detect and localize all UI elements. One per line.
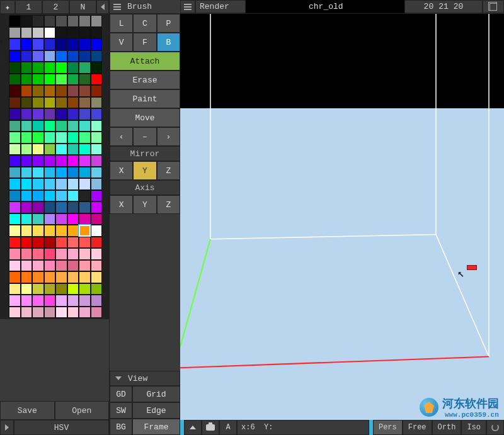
brush-v-button[interactable]: V (110, 33, 133, 52)
color-swatch[interactable] (32, 38, 44, 50)
color-swatch[interactable] (44, 248, 56, 260)
color-swatch[interactable] (91, 38, 103, 50)
color-swatch[interactable] (9, 120, 21, 132)
color-swatch[interactable] (67, 248, 79, 260)
color-swatch[interactable] (91, 85, 103, 97)
color-swatch[interactable] (21, 260, 33, 272)
color-swatch[interactable] (9, 248, 21, 260)
color-swatch[interactable] (32, 260, 44, 272)
a-button[interactable]: A (219, 420, 237, 435)
color-swatch[interactable] (91, 120, 103, 132)
color-swatch[interactable] (32, 120, 44, 132)
color-swatch[interactable] (21, 120, 33, 132)
move-button[interactable]: Move (110, 108, 180, 127)
erase-button[interactable]: Erase (110, 71, 180, 89)
color-swatch[interactable] (79, 237, 91, 249)
color-swatch[interactable] (67, 190, 79, 202)
color-swatch[interactable] (55, 225, 67, 237)
color-swatch[interactable] (55, 85, 67, 97)
brush-prev-button[interactable]: ‹ (110, 127, 133, 146)
color-swatch[interactable] (79, 260, 91, 272)
color-swatch[interactable] (79, 167, 91, 179)
view-sw-short[interactable]: SW (110, 402, 132, 419)
color-swatch[interactable] (32, 295, 44, 307)
brush-f-button[interactable]: F (133, 33, 156, 52)
color-swatch[interactable] (9, 213, 21, 225)
color-swatch[interactable] (67, 225, 79, 237)
color-swatch[interactable] (9, 271, 21, 283)
view-edge-button[interactable]: Edge (132, 402, 180, 419)
paint-button[interactable]: Paint (110, 89, 180, 108)
color-swatch[interactable] (55, 178, 67, 190)
palette-tab-1[interactable]: 1 (15, 0, 42, 14)
palette-tab-2[interactable]: 2 (42, 0, 69, 14)
color-swatch[interactable] (55, 271, 67, 283)
color-swatch[interactable] (21, 74, 33, 86)
color-swatch[interactable] (44, 178, 56, 190)
scene-dimensions[interactable]: 20 21 20 (404, 0, 483, 13)
color-swatch[interactable] (21, 283, 33, 295)
color-swatch[interactable] (91, 190, 103, 202)
color-swatch[interactable] (44, 144, 56, 155)
color-swatch[interactable] (91, 108, 103, 120)
color-swatch[interactable] (79, 62, 91, 74)
color-swatch[interactable] (79, 283, 91, 295)
color-swatch[interactable] (21, 97, 33, 109)
brush-mid-button[interactable]: – (133, 127, 156, 146)
color-swatch[interactable] (44, 271, 56, 283)
color-swatch[interactable] (79, 190, 91, 202)
color-swatch[interactable] (9, 132, 21, 144)
color-swatch[interactable] (55, 50, 67, 62)
color-swatch[interactable] (79, 271, 91, 283)
color-swatch[interactable] (9, 62, 21, 74)
viewport-menu-icon[interactable] (180, 0, 195, 13)
color-swatch[interactable] (91, 295, 103, 307)
color-swatch[interactable] (55, 248, 67, 260)
color-swatch[interactable] (21, 307, 33, 319)
color-swatch[interactable] (21, 62, 33, 74)
color-swatch[interactable] (32, 248, 44, 260)
color-swatch[interactable] (67, 167, 79, 179)
color-swatch[interactable] (91, 155, 103, 167)
color-swatch[interactable] (79, 97, 91, 109)
color-swatch[interactable] (67, 50, 79, 62)
view-bg-short[interactable]: BG (110, 419, 132, 435)
color-swatch[interactable] (55, 27, 67, 39)
color-swatch[interactable] (55, 307, 67, 319)
color-swatch[interactable] (32, 213, 44, 225)
color-swatch[interactable] (44, 155, 56, 167)
color-swatch[interactable] (91, 50, 103, 62)
color-swatch[interactable] (55, 260, 67, 272)
color-swatch[interactable] (79, 295, 91, 307)
color-swatch[interactable] (21, 15, 33, 27)
color-swatch[interactable] (55, 132, 67, 144)
color-swatch[interactable] (9, 201, 21, 213)
color-swatch[interactable] (79, 178, 91, 190)
color-swatch[interactable] (79, 85, 91, 97)
hsv-expand-icon[interactable] (0, 420, 14, 435)
color-swatch[interactable] (32, 62, 44, 74)
color-swatch[interactable] (9, 74, 21, 86)
color-swatch[interactable] (55, 190, 67, 202)
brush-c-button[interactable]: C (133, 14, 156, 33)
color-swatch[interactable] (79, 155, 91, 167)
color-swatch[interactable] (91, 27, 103, 39)
color-swatch[interactable] (91, 271, 103, 283)
open-button[interactable]: Open (55, 401, 110, 420)
color-swatch[interactable] (44, 50, 56, 62)
color-swatch[interactable] (32, 271, 44, 283)
color-swatch[interactable] (44, 108, 56, 120)
color-swatch[interactable] (67, 283, 79, 295)
color-swatch[interactable] (55, 62, 67, 74)
viewport-canvas[interactable]: ↖ 河东软件园 www.pc0359.cn A x:6 Y: Pers Free… (180, 14, 504, 435)
color-swatch[interactable] (21, 178, 33, 190)
camera-button[interactable] (202, 420, 219, 435)
view-frame-button[interactable]: Frame (132, 419, 180, 435)
cam-pers-button[interactable]: Pers (373, 420, 403, 435)
brush-b-button[interactable]: B (157, 33, 180, 52)
color-swatch[interactable] (91, 201, 103, 213)
color-swatch[interactable] (44, 38, 56, 50)
color-swatch[interactable] (91, 307, 103, 319)
color-swatch[interactable] (91, 132, 103, 144)
color-swatch[interactable] (21, 271, 33, 283)
